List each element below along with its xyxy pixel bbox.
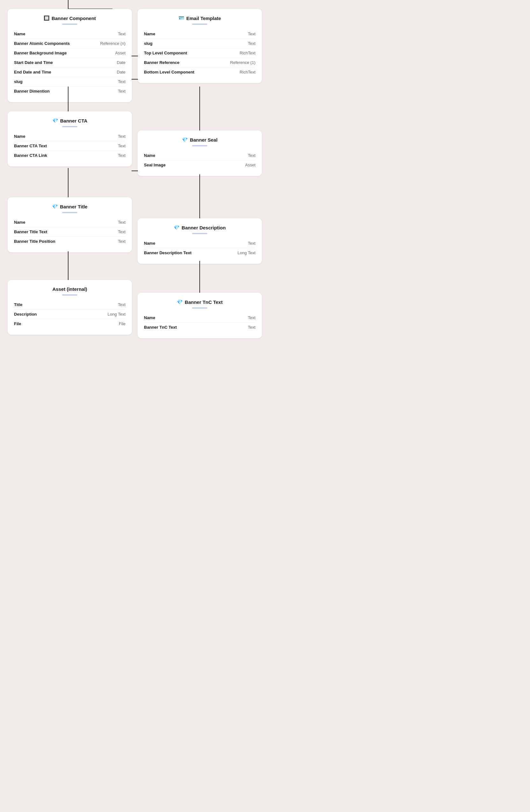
email-template-fields: Name Text slug Text Top Level Component … bbox=[144, 29, 255, 77]
field-row: Banner Title Position Text bbox=[14, 237, 125, 246]
banner-title-card: 💎 Banner Title Name Text Banner Title Te… bbox=[8, 197, 132, 252]
field-row: Banner Reference Reference (1) bbox=[144, 58, 255, 68]
bc-bgimage-connector bbox=[131, 79, 138, 79]
desc-to-tnc-connector bbox=[199, 261, 200, 293]
field-row: Name Text bbox=[144, 238, 255, 248]
banner-cta-divider bbox=[62, 126, 78, 127]
banner-component-title: 🔲 Banner Component bbox=[14, 15, 125, 21]
banner-component-divider bbox=[62, 24, 78, 25]
field-row: Name Text bbox=[14, 218, 125, 227]
asset-internal-divider bbox=[62, 294, 78, 295]
field-row: Banner Dimention Text bbox=[14, 87, 125, 96]
banner-title-icon: 💎 bbox=[52, 204, 58, 209]
title-to-asset-connector bbox=[68, 251, 69, 280]
email-template-card: 🪪 Email Template Name Text slug Text Top… bbox=[138, 9, 262, 83]
banner-description-divider bbox=[192, 233, 207, 234]
field-row: slug Text bbox=[144, 39, 255, 48]
banner-tnc-card: 💎 Banner TnC Text Name Text Banner TnC T… bbox=[138, 293, 262, 338]
field-row: Bottom Level Component RichText bbox=[144, 68, 255, 77]
cta-to-seal-h-connector bbox=[131, 171, 138, 171]
banner-title-title: 💎 Banner Title bbox=[14, 204, 125, 209]
field-row: Banner Atomic Components Reference (n) bbox=[14, 39, 125, 48]
field-row: Top Level Component RichText bbox=[144, 48, 255, 58]
field-row: Name Text bbox=[14, 132, 125, 141]
banner-cta-fields: Name Text Banner CTA Text Text Banner CT… bbox=[14, 132, 125, 160]
field-row: Seal Image Asset bbox=[144, 160, 255, 170]
banner-cta-icon: 💎 bbox=[52, 118, 58, 124]
field-row: Name Text bbox=[144, 29, 255, 39]
banner-seal-divider bbox=[192, 145, 207, 146]
banner-seal-card: 💎 Banner Seal Name Text Seal Image Asset bbox=[138, 130, 262, 176]
banner-seal-fields: Name Text Seal Image Asset bbox=[144, 151, 255, 170]
banner-tnc-icon: 💎 bbox=[177, 299, 183, 305]
banner-seal-icon: 💎 bbox=[182, 137, 188, 143]
banner-description-card: 💎 Banner Description Name Text Banner De… bbox=[138, 218, 262, 264]
bc-to-cta-connector bbox=[68, 87, 69, 111]
field-row: Name Text bbox=[14, 29, 125, 39]
email-template-divider bbox=[192, 24, 207, 25]
field-row: Banner Title Text Text bbox=[14, 227, 125, 237]
banner-tnc-title: 💎 Banner TnC Text bbox=[144, 299, 255, 305]
banner-seal-title: 💎 Banner Seal bbox=[144, 137, 255, 143]
field-row: Name Text bbox=[144, 151, 255, 160]
field-row: Banner CTA Text Text bbox=[14, 141, 125, 151]
cta-to-title-connector bbox=[68, 168, 69, 197]
field-row: Banner Background Image Asset bbox=[14, 48, 125, 58]
field-row: Name Text bbox=[144, 313, 255, 323]
canvas: 🔲 Banner Component Name Text Banner Atom… bbox=[0, 0, 265, 406]
email-template-icon: 🪪 bbox=[178, 15, 184, 21]
field-row: Banner Description Text Long Text bbox=[144, 248, 255, 257]
banner-tnc-divider bbox=[192, 307, 207, 309]
field-row: Banner TnC Text Text bbox=[144, 323, 255, 332]
field-row: File File bbox=[14, 319, 125, 328]
seal-to-desc-connector bbox=[199, 174, 200, 218]
field-row: Description Long Text bbox=[14, 309, 125, 319]
field-row: slug Text bbox=[14, 77, 125, 87]
banner-description-icon: 💎 bbox=[173, 224, 180, 230]
banner-tnc-fields: Name Text Banner TnC Text Text bbox=[144, 313, 255, 332]
asset-internal-card: Asset (internal) Title Text Description … bbox=[8, 280, 132, 335]
banner-cta-card: 💎 Banner CTA Name Text Banner CTA Text T… bbox=[8, 111, 132, 166]
field-row: Start Date and Time Date bbox=[14, 58, 125, 68]
field-row: Banner CTA Link Text bbox=[14, 151, 125, 160]
banner-component-fields: Name Text Banner Atomic Components Refer… bbox=[14, 29, 125, 96]
field-row: End Date and Time Date bbox=[14, 68, 125, 77]
email-template-title: 🪪 Email Template bbox=[144, 15, 255, 21]
banner-cta-title: 💎 Banner CTA bbox=[14, 118, 125, 124]
banner-component-card: 🔲 Banner Component Name Text Banner Atom… bbox=[8, 9, 132, 102]
banner-title-divider bbox=[62, 212, 78, 213]
et-to-seal-connector bbox=[199, 87, 200, 130]
field-row: Title Text bbox=[14, 300, 125, 309]
banner-title-fields: Name Text Banner Title Text Text Banner … bbox=[14, 218, 125, 246]
top-connector bbox=[68, 0, 69, 9]
asset-internal-title: Asset (internal) bbox=[14, 286, 125, 292]
banner-description-title: 💎 Banner Description bbox=[144, 224, 255, 230]
bc-atomic-connector bbox=[131, 56, 138, 56]
banner-component-icon: 🔲 bbox=[44, 15, 50, 21]
asset-internal-fields: Title Text Description Long Text File Fi… bbox=[14, 300, 125, 328]
banner-description-fields: Name Text Banner Description Text Long T… bbox=[144, 238, 255, 257]
